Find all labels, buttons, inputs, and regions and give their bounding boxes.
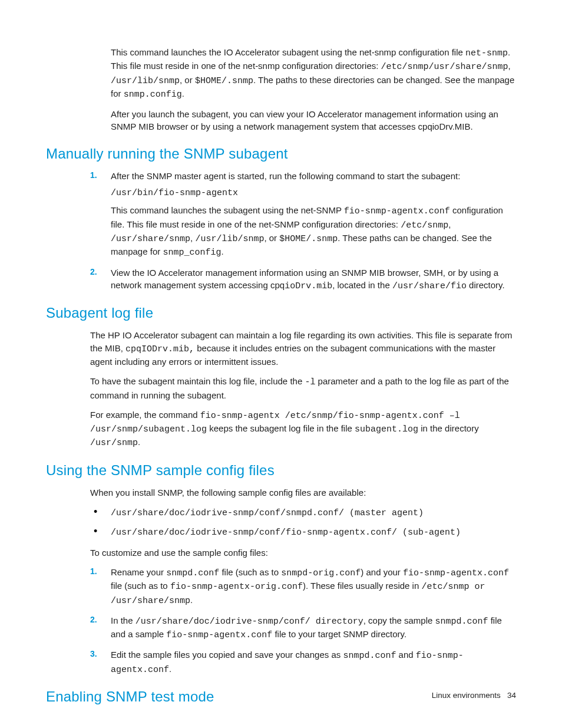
body-text: For example, the command fio-snmp-agentx… xyxy=(90,409,516,450)
heading-sample-config: Using the SNMP sample config files xyxy=(46,460,516,480)
list-item: /usr/share/doc/iodrive-snmp/conf/fio-snm… xyxy=(90,525,516,539)
list-item: 2. View the IO Accelerator management in… xyxy=(90,266,516,293)
body-text: The HP IO Accelerator subagent can maint… xyxy=(90,329,516,368)
step-number: 1. xyxy=(90,170,97,182)
bullet-list: /usr/share/doc/iodrive-snmp/conf/snmpd.c… xyxy=(90,506,516,539)
manual-steps: 1. After the SNMP master agent is starte… xyxy=(90,170,516,292)
body-text: To customize and use the sample config f… xyxy=(90,546,516,559)
step-number: 1. xyxy=(90,566,97,578)
intro-para-1: This command launches the IO Accelerator… xyxy=(111,46,516,101)
command-text: /usr/bin/fio-snmp-agentx xyxy=(111,187,516,199)
intro-para-2: After you launch the subagent, you can v… xyxy=(111,108,516,133)
heading-manual-subagent: Manually running the SNMP subagent xyxy=(46,144,516,164)
page-number: 34 xyxy=(507,691,516,700)
body-text: When you install SNMP, the following sam… xyxy=(90,486,516,499)
list-item: 1. After the SNMP master agent is starte… xyxy=(90,170,516,259)
heading-subagent-log: Subagent log file xyxy=(46,303,516,323)
list-item: 2. In the /usr/share/doc/iodrive-snmp/co… xyxy=(90,614,516,642)
step-number: 2. xyxy=(90,266,97,278)
list-item: 1. Rename your snmpd.conf file (such as … xyxy=(90,566,516,607)
step-number: 2. xyxy=(90,614,97,626)
body-text: To have the subagent maintain this log f… xyxy=(90,375,516,401)
list-item: 3. Edit the sample files you copied and … xyxy=(90,648,516,676)
list-item: /usr/share/doc/iodrive-snmp/conf/snmpd.c… xyxy=(90,506,516,519)
page-footer: Linux environments 34 xyxy=(432,690,516,701)
step-number: 3. xyxy=(90,648,97,660)
customize-steps: 1. Rename your snmpd.conf file (such as … xyxy=(90,566,516,676)
